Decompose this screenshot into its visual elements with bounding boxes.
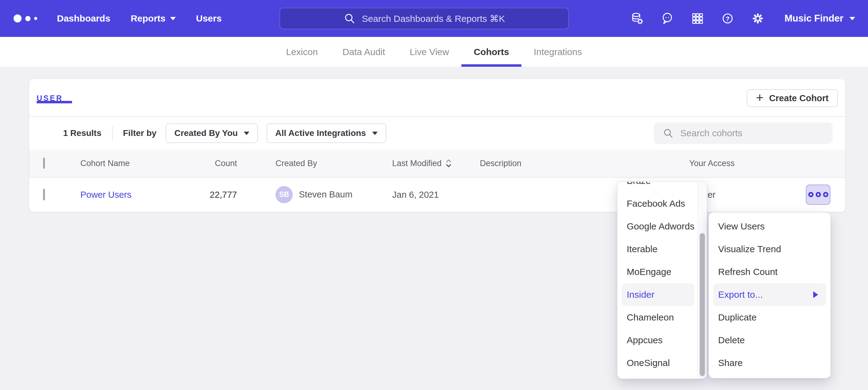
select-all-checkbox[interactable] xyxy=(43,158,45,169)
cohort-name-link[interactable]: Power Users xyxy=(80,190,131,200)
project-selector[interactable]: Music Finder xyxy=(784,13,855,24)
mixpanel-logo[interactable] xyxy=(13,14,37,23)
divider xyxy=(112,126,113,140)
tab-label: Integrations xyxy=(534,47,582,57)
row-more-actions-button[interactable] xyxy=(806,185,831,205)
sort-icon xyxy=(446,159,451,168)
menu-item-delete[interactable]: Delete xyxy=(709,329,831,352)
column-header-your-access[interactable]: Your Access xyxy=(689,159,735,168)
global-search-input[interactable]: Search Dashboards & Reports ⌘K xyxy=(279,8,569,29)
column-header-count[interactable]: Count xyxy=(165,159,237,168)
nav-item-label: Reports xyxy=(130,13,165,24)
settings-gear-icon[interactable] xyxy=(751,11,765,26)
column-header-label: Last Modified xyxy=(392,159,442,168)
cohort-search-field xyxy=(654,122,833,144)
menu-item-export-to[interactable]: Export to... xyxy=(713,283,826,306)
user-tab-underline xyxy=(37,101,72,103)
menu-item-visualize-trend[interactable]: Visualize Trend xyxy=(709,238,831,261)
nav-item-label: Dashboards xyxy=(57,13,110,24)
top-nav: Dashboards Reports Users Search Dashboar… xyxy=(0,0,868,37)
logo-dot-small xyxy=(34,17,37,20)
integrations-filter-dropdown[interactable]: All Active Integrations xyxy=(267,123,386,143)
help-icon[interactable]: ? xyxy=(720,11,735,26)
export-destinations-submenu: Braze Facebook Ads Google Adwords Iterab… xyxy=(617,182,707,379)
cohort-count: 22,777 xyxy=(165,190,237,200)
cohort-context-menu: View Users Visualize Trend Refresh Count… xyxy=(709,212,831,378)
avatar: SB xyxy=(276,186,293,203)
nav-item-label: Users xyxy=(196,13,222,24)
logo-dot-medium xyxy=(25,16,30,21)
apps-grid-icon[interactable] xyxy=(690,11,705,26)
search-icon xyxy=(662,127,674,139)
global-search-placeholder: Search Dashboards & Reports ⌘K xyxy=(362,13,505,24)
column-header-created-by[interactable]: Created By xyxy=(276,159,317,168)
menu-item-refresh-count[interactable]: Refresh Count xyxy=(709,261,831,283)
cohorts-panel: USER + Create Cohort 1 Results Filter by… xyxy=(29,79,845,212)
search-icon xyxy=(343,12,356,25)
section-tabs: Lexicon Data Audit Live View Cohorts Int… xyxy=(0,37,868,67)
submenu-item-braze[interactable]: Braze xyxy=(617,182,698,192)
tab-label: Cohorts xyxy=(474,47,509,57)
created-by-cell: SB Steven Baum xyxy=(276,186,352,203)
export-destinations-list: Braze Facebook Ads Google Adwords Iterab… xyxy=(617,182,698,374)
submenu-item-onesignal[interactable]: OneSignal xyxy=(617,352,698,374)
nav-menu: Dashboards Reports Users xyxy=(57,13,222,24)
create-cohort-button[interactable]: + Create Cohort xyxy=(747,89,838,107)
last-modified-cell: Jan 6, 2021 xyxy=(392,190,439,200)
submenu-item-moengage[interactable]: MoEngage xyxy=(617,261,698,283)
tab-cohorts[interactable]: Cohorts xyxy=(461,37,521,67)
menu-item-duplicate[interactable]: Duplicate xyxy=(709,306,831,329)
nav-item-users[interactable]: Users xyxy=(196,13,222,24)
tab-data-audit[interactable]: Data Audit xyxy=(330,37,397,67)
table-header-row: Cohort Name Count Created By Last Modifi… xyxy=(29,150,845,178)
menu-item-view-users[interactable]: View Users xyxy=(709,215,831,238)
chevron-down-icon xyxy=(244,132,249,135)
create-cohort-label: Create Cohort xyxy=(769,93,829,103)
submenu-scrollbar-thumb[interactable] xyxy=(700,233,705,376)
column-header-description[interactable]: Description xyxy=(480,159,521,168)
tab-label: Live View xyxy=(410,47,449,57)
submenu-item-iterable[interactable]: Iterable xyxy=(617,238,698,261)
filter-by-label: Filter by xyxy=(123,128,157,138)
nav-right-cluster: ? Music Finder xyxy=(630,0,855,37)
submenu-scrollbar-track xyxy=(698,182,707,379)
table-row: Power Users 22,777 SB Steven Baum Jan 6,… xyxy=(29,178,845,211)
chevron-down-icon xyxy=(849,17,855,20)
created-by-filter-dropdown[interactable]: Created By You xyxy=(165,123,258,143)
tab-live-view[interactable]: Live View xyxy=(397,37,461,67)
chevron-down-icon xyxy=(372,132,378,135)
tab-label: Lexicon xyxy=(286,47,318,57)
filter-toolbar: 1 Results Filter by Created By You All A… xyxy=(29,117,845,150)
filter-label: Created By You xyxy=(174,128,238,138)
submenu-item-insider[interactable]: Insider xyxy=(622,283,694,306)
menu-item-share[interactable]: Share xyxy=(709,352,831,374)
column-header-cohort-name[interactable]: Cohort Name xyxy=(80,159,130,168)
svg-text:?: ? xyxy=(725,15,730,22)
filter-label: All Active Integrations xyxy=(275,128,366,138)
tab-integrations[interactable]: Integrations xyxy=(521,37,594,67)
project-name: Music Finder xyxy=(784,13,843,24)
feedback-icon[interactable] xyxy=(660,11,674,26)
nav-item-dashboards[interactable]: Dashboards xyxy=(57,13,110,24)
more-dots-icon xyxy=(808,192,813,197)
chevron-down-icon xyxy=(170,17,176,20)
data-settings-icon[interactable] xyxy=(630,11,644,26)
submenu-item-appcues[interactable]: Appcues xyxy=(617,329,698,352)
user-section-tab[interactable]: USER xyxy=(37,94,63,103)
submenu-item-facebook-ads[interactable]: Facebook Ads xyxy=(617,192,698,215)
panel-header: USER + Create Cohort xyxy=(29,79,845,117)
tab-label: Data Audit xyxy=(343,47,385,57)
submenu-arrow-icon xyxy=(813,291,818,298)
column-header-last-modified[interactable]: Last Modified xyxy=(392,159,451,168)
results-count: 1 Results xyxy=(63,128,101,138)
submenu-item-google-adwords[interactable]: Google Adwords xyxy=(617,215,698,238)
nav-item-reports[interactable]: Reports xyxy=(130,13,176,24)
submenu-item-chameleon[interactable]: Chameleon xyxy=(617,306,698,329)
created-by-name: Steven Baum xyxy=(299,190,352,200)
active-tab-underline xyxy=(461,64,521,67)
cohort-search-input[interactable] xyxy=(680,128,816,138)
row-checkbox[interactable] xyxy=(43,189,45,200)
logo-dot-large xyxy=(13,14,22,23)
tab-lexicon[interactable]: Lexicon xyxy=(274,37,330,67)
